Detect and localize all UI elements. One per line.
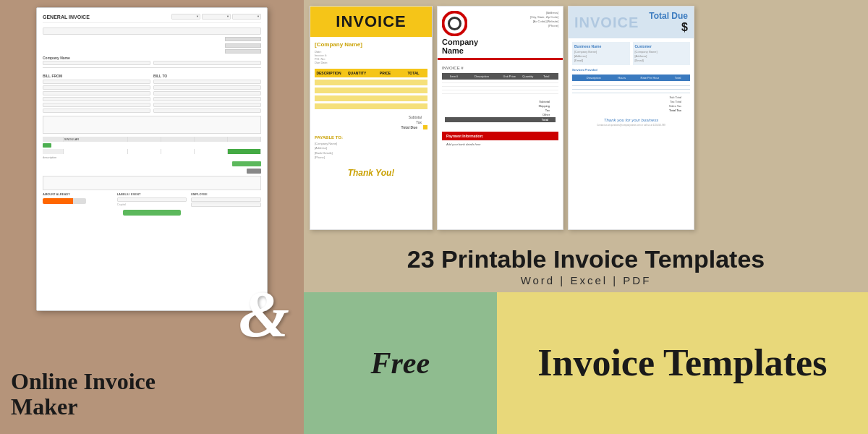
yellow-company: [Company Name] <box>315 41 427 48</box>
invoice-templates-text: Invoice Templates <box>537 344 827 382</box>
shipping-row: Shipping <box>445 104 556 108</box>
emp-field-2[interactable] <box>191 203 261 207</box>
bill-from-company[interactable] <box>43 80 150 84</box>
label-field[interactable] <box>117 197 187 202</box>
company-logo-svg <box>442 11 467 36</box>
bill-to-state[interactable] <box>153 103 261 107</box>
invoice-form-mockup: GENERAL INVOICE Company Name <box>36 7 268 311</box>
bill-to-address1[interactable] <box>153 85 261 90</box>
col-discount <box>195 137 228 142</box>
invoice-company-template: CompanyName [Address][City, State, Zip C… <box>437 6 563 230</box>
field-name[interactable] <box>43 61 150 65</box>
bill-from-address2[interactable] <box>43 91 150 95</box>
blue-title: INVOICE <box>574 14 639 31</box>
total-btn[interactable] <box>247 169 261 174</box>
yellow-total-due: Total Due <box>401 125 417 129</box>
attach-btn[interactable] <box>225 37 261 41</box>
bill-from-state[interactable] <box>43 103 150 107</box>
field-value[interactable] <box>153 61 261 65</box>
col-desc: Description <box>464 75 501 78</box>
bottom-right: 23 Printable Invoice Templates Word | Ex… <box>304 239 868 434</box>
shipping-label: Shipping <box>538 104 550 108</box>
form-select-3[interactable] <box>232 14 261 20</box>
svg-point-1 <box>449 18 461 30</box>
yellow-tax: Tax <box>416 120 422 124</box>
form-select-1[interactable] <box>171 14 200 20</box>
blue-col-total: Total <box>668 76 687 80</box>
yellow-title: INVOICE <box>316 12 426 31</box>
yellow-due-label: Due Date: <box>315 61 328 64</box>
blue-salestax-label: Sales Tax <box>669 104 681 108</box>
billing-btn[interactable] <box>225 49 261 54</box>
blue-header: INVOICE Total Due $ <box>569 7 694 38</box>
col-price <box>161 137 195 142</box>
invoice-notes[interactable] <box>43 176 261 190</box>
add-item-btn[interactable] <box>232 161 261 166</box>
col-qty <box>128 137 161 142</box>
submit-btn[interactable] <box>123 210 181 216</box>
invoice-yellow-template: INVOICE [Company Name] Date: Invoice #: <box>310 6 433 230</box>
blue-subtotal-label: Sub Total <box>669 95 681 99</box>
blue-total-label: Total Due <box>649 11 688 21</box>
yellow-row-1 <box>315 80 427 85</box>
bill-to-address2[interactable] <box>153 91 261 95</box>
yellow-header: INVOICE <box>310 7 432 37</box>
yellow-total-val <box>423 125 427 129</box>
other-row: Other <box>445 113 556 116</box>
row-desc-1[interactable] <box>64 149 128 154</box>
emp-field-1[interactable] <box>191 197 261 202</box>
col-status <box>43 137 64 142</box>
yellow-col-price: PRICE <box>371 71 399 75</box>
blue-two-col: Business Name [Company Name][Address][Em… <box>572 42 690 65</box>
main-container: GENERAL INVOICE Company Name <box>0 0 868 434</box>
online-invoice-text-line1: Online Invoice <box>11 369 156 394</box>
notes-textarea[interactable] <box>43 116 261 134</box>
yellow-col-qty: QUANTITY <box>343 71 371 75</box>
blue-totaltax-row: Total Tax <box>575 109 687 112</box>
company-totals: Subtotal Shipping Tax Other <box>442 97 558 126</box>
row-price-1[interactable] <box>161 149 195 154</box>
blue-col-hours: Hours <box>613 76 631 80</box>
total-row: Total <box>445 117 556 122</box>
bill-to-label: BILL TO <box>153 74 261 78</box>
blue-totaltax-label: Total Tax <box>669 109 681 112</box>
blue-body: Business Name [Company Name][Address][Em… <box>569 38 694 130</box>
bill-to-zip[interactable] <box>153 109 261 113</box>
blue-salestax-row: Sales Tax <box>575 104 687 108</box>
bill-from-address1[interactable] <box>43 85 150 90</box>
company-name-field[interactable] <box>43 27 261 35</box>
ampersand-container: & <box>239 282 289 347</box>
table-header: SINGULAR <box>43 137 261 142</box>
yellow-row-3 <box>315 95 427 101</box>
company-row-4 <box>442 90 558 94</box>
row-disc-1[interactable] <box>195 149 228 154</box>
bill-from-city[interactable] <box>43 97 150 101</box>
blue-col-rate: Rate Per Hour <box>631 76 669 80</box>
company-invoice-num: INVOICE # <box>442 66 558 70</box>
company-name-main: CompanyName <box>442 38 478 55</box>
bill-from-zip[interactable] <box>43 109 150 113</box>
blue-services-header: Services Provided <box>572 68 690 72</box>
ampersand-symbol: & <box>239 278 289 350</box>
col-item: Item # <box>445 75 464 78</box>
yellow-thankyou: Thank You! <box>315 168 427 178</box>
free-text: Free <box>371 346 430 380</box>
subtotal-btn[interactable] <box>225 43 261 48</box>
blue-customer-col: Customer [Company Name][Address][Email] <box>633 42 691 65</box>
yellow-col-total: TOTAL <box>399 71 427 75</box>
row-description-text: description <box>43 156 261 159</box>
subtotal-row: Subtotal <box>445 100 556 103</box>
subtotal-label: Subtotal <box>539 100 550 103</box>
blue-customer-header: Customer <box>635 44 689 48</box>
bill-to-company[interactable] <box>153 80 261 84</box>
row-qty-1[interactable] <box>128 149 161 154</box>
add-row-btn[interactable] <box>43 143 51 148</box>
bill-to-city[interactable] <box>153 97 261 101</box>
yellow-fields: Date: Invoice #: P.O. No: Due Date: <box>315 50 427 64</box>
blue-subtotal-row: Sub Total <box>575 95 687 99</box>
yellow-table-header: DESCRIPTION QUANTITY PRICE TOTAL <box>315 69 427 77</box>
blue-taxtotal-label: Tax Total <box>670 100 681 103</box>
form-select-2[interactable] <box>202 14 231 20</box>
yellow-payable-label: PAYABLE TO: <box>315 135 427 140</box>
left-heading: Online Invoice Maker <box>11 369 156 420</box>
